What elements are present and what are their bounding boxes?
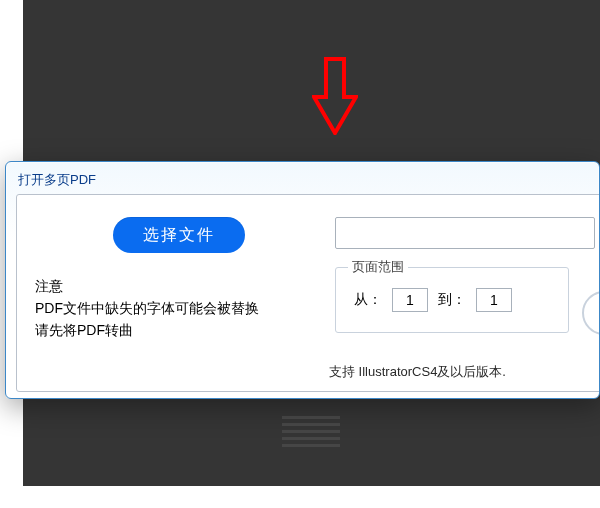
dialog-titlebar[interactable]: 打开多页PDF: [6, 162, 599, 194]
page-range-group: 页面范围 从： 到：: [335, 267, 569, 333]
file-path-input[interactable]: [335, 217, 595, 249]
choose-file-button[interactable]: 选择文件: [113, 217, 245, 253]
notice-text: 注意 PDF文件中缺失的字体可能会被替换 请先将PDF转曲: [35, 275, 317, 341]
notice-heading: 注意: [35, 275, 317, 297]
support-note: 支持 IllustratorCS4及以后版本.: [329, 363, 506, 381]
page-range-from-label: 从：: [354, 291, 382, 309]
open-multipage-pdf-dialog: 打开多页PDF 选择文件 注意 PDF文件中缺失的字体可能会被替换 请先将PDF…: [5, 161, 600, 399]
dialog-title: 打开多页PDF: [18, 171, 96, 189]
notice-line-2: 请先将PDF转曲: [35, 319, 317, 341]
page-range-to-input[interactable]: [476, 288, 512, 312]
page-range-from-input[interactable]: [392, 288, 428, 312]
dialog-action-button[interactable]: [582, 291, 600, 335]
page-range-legend: 页面范围: [348, 258, 408, 276]
page-range-to-label: 到：: [438, 291, 466, 309]
dialog-body: 选择文件 注意 PDF文件中缺失的字体可能会被替换 请先将PDF转曲 页面范围 …: [16, 194, 600, 392]
notice-line-1: PDF文件中缺失的字体可能会被替换: [35, 297, 317, 319]
background-document-glyph-icon: [282, 416, 340, 456]
